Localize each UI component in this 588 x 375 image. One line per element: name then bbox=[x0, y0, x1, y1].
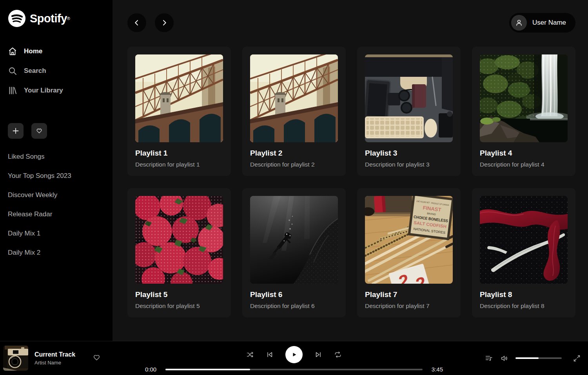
playlist-card-7[interactable]: ONE POUND NET · PRODUCT OF CANADA FINAST… bbox=[357, 188, 461, 317]
previous-track-button[interactable] bbox=[266, 351, 274, 359]
play-button[interactable] bbox=[285, 346, 303, 363]
history-nav bbox=[127, 13, 174, 32]
progress-fill bbox=[165, 369, 250, 370]
sidebar-nav: Home Search Your Library bbox=[8, 42, 105, 100]
track-title: Current Track bbox=[34, 351, 75, 358]
sidebar-playlist-list: Liked Songs Your Top Songs 2023 Discover… bbox=[8, 153, 105, 257]
avatar bbox=[511, 15, 527, 31]
user-name: User Name bbox=[532, 19, 566, 27]
repeat-icon bbox=[334, 351, 342, 359]
playlist-card-8[interactable]: Playlist 8 Description for playlist 8 bbox=[472, 188, 575, 317]
back-button[interactable] bbox=[127, 13, 146, 32]
sidebar-playlist-discover-weekly[interactable]: Discover Weekly bbox=[8, 191, 105, 199]
sidebar-item-your-library[interactable]: Your Library bbox=[8, 81, 105, 100]
app-window: Spotify® Home Search Your Library bbox=[0, 0, 588, 341]
playlist-title: Playlist 1 bbox=[135, 149, 223, 158]
sidebar-playlist-release-radar[interactable]: Release Radar bbox=[8, 210, 105, 218]
playlist-description: Description for playlist 8 bbox=[480, 303, 568, 310]
playlist-cover-strawberries bbox=[135, 196, 223, 284]
playback-controls bbox=[246, 344, 342, 365]
playlist-card-2[interactable]: Playlist 2 Description for playlist 2 bbox=[242, 47, 346, 176]
playlist-title: Playlist 4 bbox=[480, 149, 568, 158]
playlist-cover-waterfall bbox=[480, 54, 568, 142]
total-time: 3:45 bbox=[428, 366, 443, 373]
player-bar: Current Track Artist Name bbox=[0, 341, 588, 375]
playlist-cover-antler bbox=[480, 196, 568, 284]
playlist-description: Description for playlist 7 bbox=[365, 303, 453, 310]
liked-songs-button[interactable] bbox=[31, 123, 47, 139]
playlist-grid: Playlist 1 Description for playlist 1 bbox=[127, 47, 575, 317]
player-center: 0:00 3:45 bbox=[145, 344, 443, 373]
playlist-cover-diver bbox=[250, 196, 338, 284]
volume-icon bbox=[500, 354, 508, 362]
main-content: User Name bbox=[113, 0, 588, 341]
chevron-left-icon bbox=[133, 19, 141, 27]
playlist-description: Description for playlist 5 bbox=[135, 303, 223, 310]
plus-icon bbox=[12, 127, 19, 134]
track-info: Current Track Artist Name bbox=[34, 351, 75, 366]
playlist-title: Playlist 2 bbox=[250, 149, 338, 158]
track-artist: Artist Name bbox=[34, 360, 75, 366]
sidebar-item-search[interactable]: Search bbox=[8, 61, 105, 81]
playlist-description: Description for playlist 4 bbox=[480, 161, 568, 168]
app-title: Spotify® bbox=[30, 12, 70, 25]
playlist-card-5[interactable]: Playlist 5 Description for playlist 5 bbox=[127, 188, 231, 317]
playlist-title: Playlist 3 bbox=[365, 149, 453, 158]
playlist-title: Playlist 6 bbox=[250, 290, 338, 299]
sidebar-playlist-your-top-songs[interactable]: Your Top Songs 2023 bbox=[8, 172, 105, 180]
playlist-title: Playlist 7 bbox=[365, 290, 453, 299]
topbar: User Name bbox=[127, 13, 575, 33]
volume-slider[interactable] bbox=[515, 357, 562, 359]
sidebar-item-label: Search bbox=[24, 67, 46, 75]
player-right-controls bbox=[485, 354, 581, 362]
spotify-logo: Spotify® bbox=[8, 9, 105, 27]
next-icon bbox=[314, 351, 322, 359]
sidebar-playlist-liked-songs[interactable]: Liked Songs bbox=[8, 153, 105, 161]
playlist-card-3[interactable]: Playlist 3 Description for playlist 3 bbox=[357, 47, 461, 176]
user-menu-button[interactable]: User Name bbox=[509, 13, 575, 33]
playlist-card-6[interactable]: Playlist 6 Description for playlist 6 bbox=[242, 188, 346, 317]
heart-icon bbox=[36, 127, 43, 134]
playlist-cover-steel-truss-2 bbox=[250, 54, 338, 142]
playlist-card-4[interactable]: Playlist 4 Description for playlist 4 bbox=[472, 47, 575, 176]
playlist-description: Description for playlist 3 bbox=[365, 161, 453, 168]
repeat-button[interactable] bbox=[334, 351, 342, 359]
now-playing: Current Track Artist Name bbox=[3, 346, 101, 371]
fullscreen-button[interactable] bbox=[573, 354, 581, 362]
shuffle-icon bbox=[246, 351, 254, 359]
shuffle-button[interactable] bbox=[246, 351, 254, 359]
home-icon bbox=[8, 47, 17, 56]
user-icon bbox=[515, 18, 523, 27]
sidebar-actions bbox=[8, 123, 105, 139]
search-icon bbox=[8, 66, 17, 76]
volume-button[interactable] bbox=[500, 354, 508, 362]
spotify-logo-icon bbox=[8, 9, 26, 27]
sidebar-item-label: Your Library bbox=[24, 87, 63, 94]
queue-button[interactable] bbox=[485, 354, 493, 362]
create-playlist-button[interactable] bbox=[8, 123, 24, 139]
sidebar-playlist-daily-mix-2[interactable]: Daily Mix 2 bbox=[8, 249, 105, 257]
playlist-title: Playlist 8 bbox=[480, 290, 568, 299]
playlist-cover-desk-flatlay bbox=[365, 54, 453, 142]
fullscreen-icon bbox=[573, 354, 581, 362]
play-icon bbox=[290, 351, 298, 359]
playlist-description: Description for playlist 6 bbox=[250, 303, 338, 310]
progress-bar[interactable] bbox=[165, 369, 423, 370]
forward-button[interactable] bbox=[155, 13, 174, 32]
queue-icon bbox=[485, 354, 493, 362]
next-track-button[interactable] bbox=[314, 351, 322, 359]
playlist-title: Playlist 5 bbox=[135, 290, 223, 299]
album-art-vintage-camera bbox=[3, 346, 28, 371]
chevron-right-icon bbox=[160, 19, 168, 27]
library-icon bbox=[8, 86, 17, 95]
sidebar: Spotify® Home Search Your Library bbox=[0, 0, 113, 341]
playlist-description: Description for playlist 2 bbox=[250, 161, 338, 168]
playlist-card-1[interactable]: Playlist 1 Description for playlist 1 bbox=[127, 47, 231, 176]
progress-row: 0:00 3:45 bbox=[145, 366, 443, 373]
sidebar-item-home[interactable]: Home bbox=[8, 42, 105, 61]
heart-icon bbox=[93, 353, 101, 362]
playlist-description: Description for playlist 1 bbox=[135, 161, 223, 168]
sidebar-playlist-daily-mix-1[interactable]: Daily Mix 1 bbox=[8, 230, 105, 237]
playlist-cover-rulers: ONE POUND NET · PRODUCT OF CANADA FINAST… bbox=[365, 196, 453, 284]
like-track-button[interactable] bbox=[93, 353, 101, 363]
